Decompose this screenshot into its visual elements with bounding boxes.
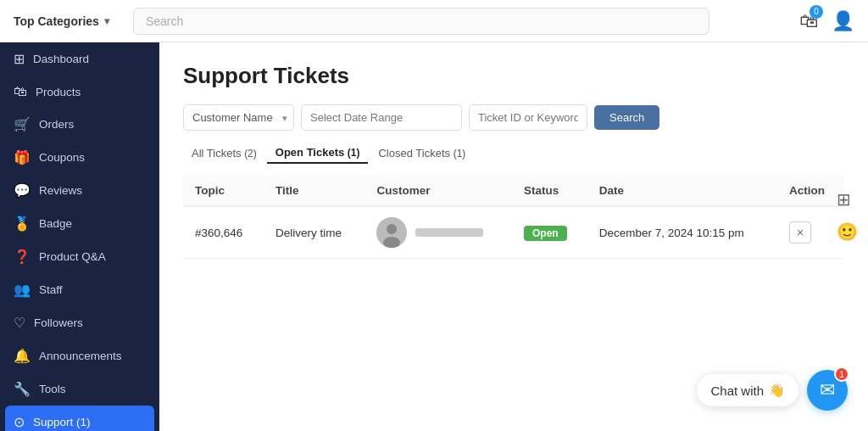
ticket-table: Topic Title Customer Status Date Action …	[183, 176, 844, 259]
cell-topic: #360,646	[183, 206, 264, 259]
orders-icon: 🛒	[14, 116, 31, 132]
chevron-down-icon: ▾	[104, 15, 109, 27]
sidebar-item-staff[interactable]: 👥 Staff	[0, 273, 159, 306]
tab-open-tickets[interactable]: Open Tickets (1)	[267, 143, 369, 164]
topbar-search	[133, 8, 709, 35]
cell-customer	[364, 206, 512, 259]
avatar	[376, 217, 407, 248]
staff-icon: 👥	[14, 282, 31, 298]
cell-date: December 7, 2024 10:15 pm	[587, 206, 777, 259]
sidebar-item-products[interactable]: 🛍 Products	[0, 76, 159, 108]
chat-widget: Chat with 👋 ✉ 1	[697, 370, 848, 411]
tools-icon: 🔧	[14, 381, 31, 397]
col-date: Date	[587, 176, 777, 206]
sidebar-item-reviews[interactable]: 💬 Reviews	[0, 174, 159, 207]
chat-bubble[interactable]: Chat with 👋	[697, 374, 798, 406]
topbar: Top Categories ▾ 🛍 0 👤	[0, 0, 868, 42]
customer-filter-wrap: Customer Name	[183, 104, 294, 131]
page-title: Support Tickets	[183, 63, 844, 89]
col-customer: Customer	[364, 176, 512, 206]
products-icon: 🛍	[14, 84, 27, 99]
cell-title: Delivery time	[264, 206, 364, 259]
customer-name-select[interactable]: Customer Name	[183, 104, 294, 131]
chat-label: Chat with	[710, 383, 764, 398]
table-body: #360,646 Delivery time	[183, 206, 844, 259]
avatar-svg	[376, 217, 407, 248]
svg-point-1	[387, 224, 397, 234]
topbar-icons: 🛍 0 👤	[799, 10, 854, 32]
col-status: Status	[512, 176, 587, 206]
table-header: Topic Title Customer Status Date Action	[183, 176, 844, 206]
cell-action: ×	[777, 206, 844, 259]
announcements-icon: 🔔	[14, 348, 31, 364]
chat-notification-badge: 1	[834, 367, 849, 382]
message-icon: ✉	[820, 379, 835, 401]
tab-all-tickets[interactable]: All Tickets (2)	[183, 143, 265, 163]
chat-emoji: 👋	[769, 383, 785, 398]
sidebar-item-orders[interactable]: 🛒 Orders	[0, 108, 159, 141]
face-icon[interactable]: 🙂	[837, 221, 858, 242]
user-icon[interactable]: 👤	[832, 10, 854, 32]
ticket-tabs: All Tickets (2) Open Tickets (1) Closed …	[183, 143, 844, 164]
dashboard-icon: ⊞	[14, 51, 25, 67]
sidebar-item-announcements[interactable]: 🔔 Announcements	[0, 339, 159, 372]
date-range-input[interactable]	[301, 104, 462, 131]
coupons-icon: 🎁	[14, 149, 31, 165]
tab-closed-tickets[interactable]: Closed Tickets (1)	[370, 143, 474, 163]
col-title: Title	[264, 176, 364, 206]
followers-icon: ♡	[14, 315, 25, 331]
delete-button[interactable]: ×	[789, 221, 811, 243]
customer-name	[415, 228, 483, 237]
support-icon: ⊙	[14, 414, 25, 430]
sidebar-item-badge[interactable]: 🏅 Badge	[0, 207, 159, 240]
sidebar-item-support[interactable]: ⊙ Support (1)	[5, 406, 154, 431]
sidebar-item-tools[interactable]: 🔧 Tools	[0, 372, 159, 406]
keyword-input[interactable]	[469, 104, 587, 131]
cell-status: Open	[512, 206, 587, 259]
sidebar-item-coupons[interactable]: 🎁 Coupons	[0, 141, 159, 174]
badge-icon: 🏅	[14, 216, 31, 232]
grid-icon[interactable]: ⊞	[837, 189, 858, 210]
col-topic: Topic	[183, 176, 264, 206]
sidebar: ⊞ Dashboard 🛍 Products 🛒 Orders 🎁 Coupon…	[0, 42, 159, 431]
table-row: #360,646 Delivery time	[183, 206, 844, 259]
filter-row: Customer Name Search	[183, 104, 844, 131]
sidebar-item-product-qa[interactable]: ❓ Product Q&A	[0, 240, 159, 273]
top-categories-label: Top Categories	[14, 14, 99, 28]
sidebar-item-dashboard[interactable]: ⊞ Dashboard	[0, 42, 159, 76]
chat-button[interactable]: ✉ 1	[807, 370, 848, 411]
cart-badge: 0	[810, 5, 823, 19]
col-action: Action	[777, 176, 844, 206]
search-input[interactable]	[133, 8, 709, 35]
right-panel: ⊞ 🙂	[837, 189, 858, 242]
search-button[interactable]: Search	[594, 105, 659, 130]
cart-icon-wrap[interactable]: 🛍 0	[799, 10, 818, 32]
reviews-icon: 💬	[14, 182, 31, 199]
top-categories[interactable]: Top Categories ▾	[14, 14, 109, 28]
qa-icon: ❓	[14, 249, 31, 265]
sidebar-item-followers[interactable]: ♡ Followers	[0, 306, 159, 339]
status-badge: Open	[524, 226, 567, 241]
